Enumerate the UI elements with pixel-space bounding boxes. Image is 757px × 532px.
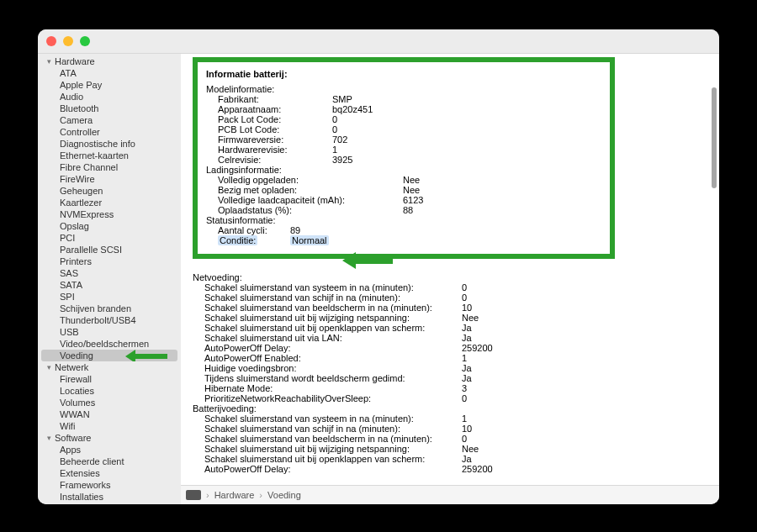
bat-r1-v: 1 [462,413,467,424]
bat-r6-k: AutoPowerOff Delay: [204,464,462,474]
bat-r2-v: 10 [462,424,472,434]
window-close-button[interactable] [46,36,56,46]
svg-marker-1 [342,252,393,269]
sidebar-item-bluetooth[interactable]: Bluetooth [38,103,181,114]
bat-r4-k: Schakel sluimerstand uit bij wijziging n… [204,444,462,454]
titlebar[interactable] [38,29,719,54]
label-charge-pct: Oplaadstatus (%): [218,205,403,215]
sidebar-item-ata[interactable]: ATA [38,67,181,79]
net-r6-v: Ja [462,333,472,343]
breadcrumb-voeding[interactable]: Voeding [267,490,301,500]
sidebar-item-apple-pay[interactable]: Apple Pay [38,79,181,91]
label-apparaatnaam: Apparaatnaam: [218,104,332,114]
sidebar-item-installaties[interactable]: Installaties [38,491,181,503]
sidebar-item-spi[interactable]: SPI [38,291,181,303]
net-r11-k: Hibernate Mode: [204,383,462,393]
sidebar-item-frameworks[interactable]: Frameworks [38,479,181,491]
sidebar-item-fibre-channel[interactable]: Fibre Channel [38,161,181,173]
label-pack-lot: Pack Lot Code: [218,114,332,124]
window-zoom-button[interactable] [80,36,90,46]
value-apparaatnaam: bq20z451 [332,104,373,114]
sidebar-item-thunderbolt-usb4[interactable]: Thunderbolt/USB4 [38,314,181,326]
system-information-window: ▾ Hardware ATAApple PayAudioBluetoothCam… [38,29,719,504]
label-firmware: Firmwareversie: [218,134,332,145]
model-info-title: Modelinformatie: [206,84,601,94]
annotation-highlight-box: Informatie batterij: Modelinformatie: Fa… [193,57,615,259]
batterijvoeding-title: Batterijvoeding: [193,403,714,413]
net-r1-v: 0 [462,282,467,292]
sidebar-item-camera[interactable]: Camera [38,114,181,126]
sidebar-item-ethernet-kaarten[interactable]: Ethernet-kaarten [38,150,181,161]
sidebar-item-wwan[interactable]: WWAN [38,408,181,420]
sidebar-item-opslag[interactable]: Opslag [38,220,181,232]
net-r11-v: 3 [462,383,467,393]
label-fully-charged: Volledig opgeladen: [218,175,403,185]
sidebar-item-video-beeldschermen[interactable]: Video/beeldschermen [38,338,181,350]
sidebar-item-sata[interactable]: SATA [38,279,181,291]
sidebar-item-geheugen[interactable]: Geheugen [38,185,181,197]
sidebar-item-extensies[interactable]: Extensies [38,467,181,479]
value-pcb-lot: 0 [332,124,337,134]
label-condition: Conditie: [218,235,257,245]
battery-section-title: Informatie batterij: [206,69,601,79]
netvoeding-title: Netvoeding: [193,272,714,282]
net-r10-v: Ja [462,373,472,383]
detail-pane: Informatie batterij: Modelinformatie: Fa… [181,54,719,504]
computer-icon [186,490,201,500]
net-r12-v: 0 [462,393,467,403]
label-charging: Bezig met opladen: [218,185,403,195]
sidebar-item-beheerde-client[interactable]: Beheerde client [38,456,181,467]
sidebar-item-controller[interactable]: Controller [38,126,181,138]
sidebar-item-usb[interactable]: USB [38,326,181,338]
sidebar-item-audio[interactable]: Audio [38,91,181,103]
label-fabrikant: Fabrikant: [218,94,332,104]
label-cel-rev: Celrevisie: [218,155,332,165]
sidebar-section-software[interactable]: ▾ Software [38,432,181,444]
svg-marker-0 [125,350,167,361]
sidebar-item-apps[interactable]: Apps [38,444,181,456]
net-r3-v: 10 [462,303,472,313]
sidebar-item-schijven-branden[interactable]: Schijven branden [38,303,181,314]
chevron-down-icon: ▾ [45,434,53,442]
net-r5-k: Schakel sluimerstand uit bij openklappen… [204,323,462,333]
sidebar-item-kaartlezer[interactable]: Kaartlezer [38,197,181,208]
value-charging: Nee [403,185,420,195]
vertical-scrollbar[interactable] [712,87,717,188]
sidebar-item-printers[interactable]: Printers [38,255,181,267]
bat-r5-k: Schakel sluimerstand uit bij openklappen… [204,454,462,464]
window-minimize-button[interactable] [63,36,73,46]
net-r10-k: Tijdens sluimerstand wordt beeldscherm g… [204,373,462,383]
sidebar-item-firewire[interactable]: FireWire [38,173,181,185]
bat-r1-k: Schakel sluimerstand van systeem in na (… [204,413,462,424]
sidebar-item-volumes[interactable]: Volumes [38,397,181,408]
net-r4-v: Nee [462,313,479,323]
sidebar-section-hardware[interactable]: ▾ Hardware [38,55,181,67]
net-r2-v: 0 [462,292,467,303]
status-info-title: Statusinformatie: [206,215,601,225]
path-bar[interactable]: › Hardware › Voeding [181,485,719,504]
annotation-arrow-icon [342,252,393,271]
breadcrumb-hardware[interactable]: Hardware [214,490,255,500]
sidebar-item-sas[interactable]: SAS [38,267,181,279]
label-pcb-lot: PCB Lot Code: [218,124,332,134]
sidebar-item-diagnostische-info[interactable]: Diagnostische info [38,138,181,150]
sidebar-item-pci[interactable]: PCI [38,232,181,244]
value-hw-rev: 1 [332,145,337,155]
value-firmware: 702 [332,134,347,145]
chevron-right-icon: › [206,490,209,500]
net-r1-k: Schakel sluimerstand van systeem in na (… [204,282,462,292]
net-r6-k: Schakel sluimerstand uit via LAN: [204,333,462,343]
sidebar-item-parallelle-scsi[interactable]: Parallelle SCSI [38,244,181,255]
net-r12-k: PrioritizeNetworkReachabilityOverSleep: [204,393,462,403]
sidebar-section-network[interactable]: ▾ Netwerk [38,361,181,373]
net-r2-k: Schakel sluimerstand van schijf in na (m… [204,292,462,303]
net-r7-k: AutoPowerOff Delay: [204,343,462,353]
sidebar-item-voeding[interactable]: Voeding [41,350,177,361]
sidebar-item-firewall[interactable]: Firewall [38,373,181,385]
bat-r6-v: 259200 [462,464,493,474]
sidebar-item-locaties[interactable]: Locaties [38,385,181,397]
categories-sidebar[interactable]: ▾ Hardware ATAApple PayAudioBluetoothCam… [38,54,181,504]
sidebar-item-nvmexpress[interactable]: NVMExpress [38,208,181,220]
sidebar-item-wifi[interactable]: Wifi [38,420,181,432]
sidebar-section-label: Software [55,433,91,443]
